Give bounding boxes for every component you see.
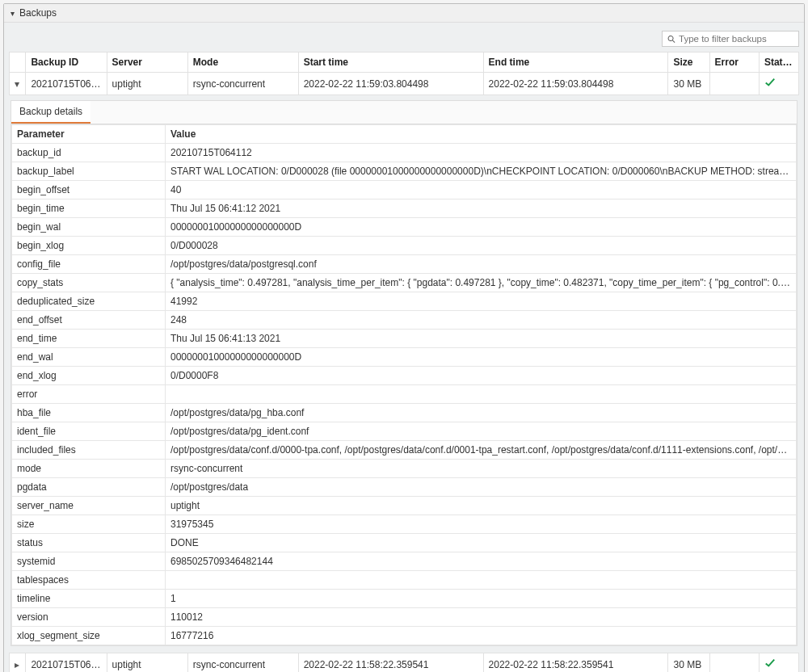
chevron-down-icon[interactable]: ▾ — [11, 9, 15, 18]
details-row: systemid6985025709346482144 — [12, 552, 797, 571]
panel-header[interactable]: ▾ Backups — [4, 4, 804, 23]
details-param: backup_label — [12, 162, 166, 181]
cell-size: 30 MB — [668, 653, 709, 673]
details-value: 110012 — [166, 608, 797, 627]
details-row: deduplicated_size41992 — [12, 292, 797, 311]
details-param: end_xlog — [12, 367, 166, 385]
checkmark-icon — [764, 657, 776, 669]
details-param: xlog_segment_size — [12, 627, 166, 645]
cell-mode: rsync-concurrent — [187, 653, 298, 673]
details-param: tablespaces — [12, 571, 166, 590]
col-start-time[interactable]: Start time — [298, 52, 483, 73]
details-row: begin_wal00000001000000000000000D — [12, 218, 797, 237]
details-param: deduplicated_size — [12, 292, 166, 311]
cell-server: uptight — [107, 653, 187, 673]
details-row: end_xlog0/D0000F8 — [12, 367, 797, 385]
row-expander[interactable]: ▾ — [10, 73, 26, 95]
details-value — [166, 571, 797, 590]
cell-error — [709, 73, 759, 95]
details-value: START WAL LOCATION: 0/D000028 (file 0000… — [166, 162, 797, 181]
details-value: DONE — [166, 534, 797, 552]
panel-title: Backups — [19, 7, 57, 19]
details-row: copy_stats{ "analysis_time": 0.497281, "… — [12, 274, 797, 292]
details-row: tablespaces — [12, 571, 797, 590]
details-value: Thu Jul 15 06:41:12 2021 — [166, 200, 797, 218]
details-param: ident_file — [12, 422, 166, 441]
details-row: end_timeThu Jul 15 06:41:13 2021 — [12, 330, 797, 348]
filter-input[interactable] — [679, 34, 793, 44]
details-row: error — [12, 385, 797, 404]
details-param: backup_id — [12, 144, 166, 162]
panel-body: Backup ID Server Mode Start time End tim… — [4, 23, 804, 672]
cell-status — [759, 653, 798, 673]
details-row: begin_timeThu Jul 15 06:41:12 2021 — [12, 200, 797, 218]
tab-backup-details[interactable]: Backup details — [11, 101, 90, 124]
details-value: /opt/postgres/data/pg_ident.conf — [166, 422, 797, 441]
details-col-parameter[interactable]: Parameter — [12, 125, 166, 144]
cell-end-time: 2022-02-22 11:59:03.804498 — [483, 73, 668, 95]
details-param: begin_offset — [12, 181, 166, 200]
row-expander[interactable]: ▸ — [10, 653, 26, 673]
table-row[interactable]: ▸ 20210715T064106 uptight rsync-concurre… — [10, 653, 799, 673]
backup-details-box: Backup details Parameter Value backup_id… — [11, 100, 797, 646]
details-param: pgdata — [12, 478, 166, 497]
table-row[interactable]: ▾ 20210715T064112 uptight rsync-concurre… — [10, 73, 799, 95]
details-param: end_wal — [12, 348, 166, 367]
cell-backup-id: 20210715T064112 — [26, 73, 107, 95]
details-header-row: Parameter Value — [12, 125, 797, 144]
col-end-time[interactable]: End time — [483, 52, 668, 73]
details-value: rsync-concurrent — [166, 460, 797, 478]
details-value: 00000001000000000000000D — [166, 348, 797, 367]
details-param: begin_wal — [12, 218, 166, 237]
details-param: mode — [12, 460, 166, 478]
cell-server: uptight — [107, 73, 187, 95]
details-param: timeline — [12, 590, 166, 608]
details-value: { "analysis_time": 0.497281, "analysis_t… — [166, 274, 797, 292]
backups-panel: ▾ Backups Backup ID Server Mode Start ti… — [3, 3, 805, 672]
cell-start-time: 2022-02-22 11:59:03.804498 — [298, 73, 483, 95]
col-size[interactable]: Size — [668, 52, 709, 73]
details-value: 0/D0000F8 — [166, 367, 797, 385]
col-error[interactable]: Error — [709, 52, 759, 73]
details-row: timeline1 — [12, 590, 797, 608]
col-status[interactable]: Status — [759, 52, 798, 73]
details-row: pgdata/opt/postgres/data — [12, 478, 797, 497]
details-value: Thu Jul 15 06:41:13 2021 — [166, 330, 797, 348]
details-row: size31975345 — [12, 515, 797, 534]
details-param: begin_xlog — [12, 237, 166, 255]
details-value: 40 — [166, 181, 797, 200]
details-row: end_offset248 — [12, 311, 797, 330]
details-value: uptight — [166, 497, 797, 515]
details-col-value[interactable]: Value — [166, 125, 797, 144]
details-param: included_files — [12, 441, 166, 460]
details-value: 248 — [166, 311, 797, 330]
details-value: /opt/postgres/data/postgresql.conf — [166, 255, 797, 274]
col-server[interactable]: Server — [107, 52, 187, 73]
details-param: config_file — [12, 255, 166, 274]
checkmark-icon — [764, 77, 776, 88]
details-row: server_nameuptight — [12, 497, 797, 515]
col-expander — [10, 52, 26, 73]
details-tabbar: Backup details — [11, 101, 797, 124]
details-row: version110012 — [12, 608, 797, 627]
details-value: 20210715T064112 — [166, 144, 797, 162]
cell-status — [759, 73, 798, 95]
details-row: ident_file/opt/postgres/data/pg_ident.co… — [12, 422, 797, 441]
details-table: Parameter Value backup_id20210715T064112… — [11, 124, 797, 645]
cell-start-time: 2022-02-22 11:58:22.359541 — [298, 653, 483, 673]
filter-input-wrap[interactable] — [662, 31, 799, 47]
col-mode[interactable]: Mode — [187, 52, 298, 73]
backups-table: Backup ID Server Mode Start time End tim… — [9, 52, 799, 95]
details-row: xlog_segment_size16777216 — [12, 627, 797, 645]
details-param: error — [12, 385, 166, 404]
col-backup-id[interactable]: Backup ID — [26, 52, 107, 73]
cell-end-time: 2022-02-22 11:58:22.359541 — [483, 653, 668, 673]
details-row: hba_file/opt/postgres/data/pg_hba.conf — [12, 404, 797, 422]
details-row: statusDONE — [12, 534, 797, 552]
cell-error — [709, 653, 759, 673]
details-row: backup_labelSTART WAL LOCATION: 0/D00002… — [12, 162, 797, 181]
details-param: status — [12, 534, 166, 552]
search-icon — [667, 35, 675, 44]
details-value: /opt/postgres/data/conf.d/0000-tpa.conf,… — [166, 441, 797, 460]
details-value: 1 — [166, 590, 797, 608]
